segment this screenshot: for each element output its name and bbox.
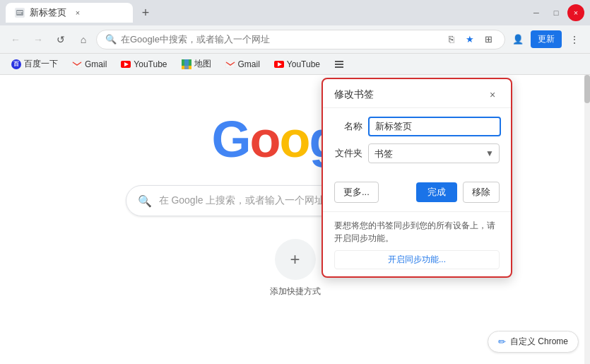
dialog-header: 修改书签 × [323,79,511,108]
folder-select[interactable]: 书签 书签栏 其他书签 [368,143,500,163]
screen-cast-icon[interactable]: ⎘ [444,32,459,47]
bookmark-maps[interactable]: 地图 [176,57,217,71]
bookmarks-bar: 百 百度一下 Gmail YouTube 地图 [0,54,590,75]
svg-rect-14 [335,64,343,65]
dialog-close-button[interactable]: × [485,88,500,102]
sync-description: 要想将您的书签同步到您的所有设备上，请开启同步功能。 [334,219,500,245]
extension-icon[interactable]: ⊞ [480,32,496,47]
svg-rect-10 [225,61,235,68]
maximize-button[interactable]: □ [548,4,565,21]
youtube-favicon-1 [121,59,131,69]
svg-rect-4 [72,61,82,68]
svg-rect-9 [184,59,189,69]
bookmark-gmail-1[interactable]: Gmail [66,58,112,71]
remove-button[interactable]: 移除 [463,182,500,203]
svg-rect-2 [17,11,23,12]
gmail-favicon [72,59,82,69]
menu-icon: ⋮ [570,34,579,45]
folder-row: 文件夹 书签 书签栏 其他书签 ▼ [334,143,500,163]
bookmark-youtube-1-label: YouTube [134,59,167,69]
bookmark-gmail-2[interactable]: Gmail [220,58,266,71]
active-tab[interactable]: 新标签页 × [6,3,133,23]
address-text: 在Google中搜索，或者输入一个网址 [121,33,270,46]
folder-label: 文件夹 [334,147,362,160]
baidu-favicon: 百 [11,59,21,69]
menu-button[interactable]: ⋮ [565,30,584,49]
bookmark-baidu-label: 百度一下 [24,58,58,70]
home-button[interactable]: ⌂ [73,30,93,49]
forward-icon: → [33,34,43,45]
back-button[interactable]: ← [6,30,25,49]
navigation-bar: ← → ↺ ⌂ 🔍 在Google中搜索，或者输入一个网址 ⎘ ★ ⊞ 👤 更新… [0,25,590,54]
bookmark-youtube-2[interactable]: YouTube [269,58,326,71]
browser-content: G o o g l e 🔍 在 Google 上搜索，或者输入一个网址 🎤 + … [0,75,590,364]
minimize-button[interactable]: ─ [528,4,545,21]
refresh-button[interactable]: ↺ [51,30,71,49]
title-bar: 新标签页 × + ─ □ × [0,0,590,25]
bookmark-star-icon[interactable]: ★ [462,32,478,47]
tab-title: 新标签页 [30,6,66,19]
name-row: 名称 [334,117,500,136]
home-icon: ⌂ [81,34,86,45]
dialog-footer: 要想将您的书签同步到您的所有设备上，请开启同步功能。 开启同步功能... [323,211,511,276]
update-button[interactable]: 更新 [531,30,562,48]
more-button[interactable]: 更多... [334,182,379,203]
svg-rect-13 [335,61,343,62]
name-input[interactable] [368,117,501,136]
search-icon: 🔍 [105,34,117,45]
svg-rect-15 [335,66,343,68]
close-button[interactable]: × [567,4,584,21]
name-label: 名称 [334,120,362,133]
refresh-icon: ↺ [57,34,65,45]
new-tab-button[interactable]: + [136,3,155,23]
done-button[interactable]: 完成 [416,182,457,202]
dialog-actions: 更多... 完成 移除 [323,179,511,211]
svg-rect-3 [17,13,21,13]
forward-button[interactable]: → [28,30,48,49]
youtube-favicon-2 [274,59,284,69]
sync-link[interactable]: 开启同步功能... [334,250,500,269]
address-bar-icons: ⎘ ★ ⊞ [444,32,496,47]
account-button[interactable]: 👤 [508,30,528,49]
maps-favicon [182,59,191,69]
back-icon: ← [11,34,20,45]
bookmark-youtube-1[interactable]: YouTube [115,58,172,71]
bookmark-gmail-1-label: Gmail [85,59,107,69]
folder-select-wrapper: 书签 书签栏 其他书签 ▼ [368,143,500,163]
dialog-overlay: 修改书签 × 名称 文件夹 书签 书签栏 其他书签 ▼ [0,75,590,364]
more-bookmarks-icon [334,59,344,69]
tab-favicon [14,7,25,18]
dialog-body: 名称 文件夹 书签 书签栏 其他书签 ▼ [323,108,511,179]
window-controls: ─ □ × [528,4,584,21]
bookmark-edit-dialog: 修改书签 × 名称 文件夹 书签 书签栏 其他书签 ▼ [321,78,512,278]
address-bar[interactable]: 🔍 在Google中搜索，或者输入一个网址 ⎘ ★ ⊞ [96,30,505,49]
bookmark-maps-label: 地图 [194,58,211,70]
bookmark-gmail-2-label: Gmail [238,59,260,69]
bookmark-more[interactable] [329,58,350,71]
dialog-title: 修改书签 [334,88,374,101]
bookmark-baidu[interactable]: 百 百度一下 [6,57,64,71]
bookmark-youtube-2-label: YouTube [287,59,320,69]
tab-close-button[interactable]: × [72,7,83,18]
gmail-favicon-2 [225,59,235,69]
